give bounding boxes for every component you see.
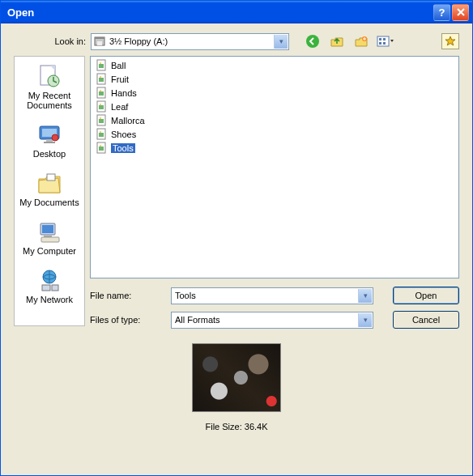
svg-rect-29 (99, 78, 104, 82)
new-folder-button[interactable] (352, 32, 370, 50)
file-type-combo[interactable]: All Formats ▾ (171, 312, 373, 329)
recent-documents-icon (17, 63, 82, 91)
chevron-down-icon: ▾ (364, 316, 368, 324)
floppy-icon (93, 35, 106, 48)
look-in-row: Look in: 3½ Floppy (A:) ▾ (14, 32, 459, 51)
file-item-label: Fruit (111, 74, 129, 84)
file-item[interactable]: Shoes (94, 127, 455, 141)
open-dialog: Open ? Look in: 3½ Floppy (A:) ▾ (0, 0, 473, 476)
file-size-label: File Size: 36.4K (205, 422, 267, 431)
open-button[interactable]: Open (393, 287, 459, 304)
svg-rect-23 (42, 285, 50, 291)
my-computer-icon (17, 219, 82, 246)
svg-rect-7 (383, 38, 386, 40)
svg-point-30 (100, 76, 101, 78)
file-type-value: All Formats (175, 315, 220, 325)
svg-rect-24 (52, 285, 58, 291)
image-file-icon (96, 142, 109, 155)
svg-point-3 (306, 35, 319, 48)
image-file-icon (96, 100, 109, 113)
image-file-icon (96, 87, 109, 100)
svg-rect-38 (99, 119, 104, 123)
svg-rect-21 (41, 237, 59, 242)
file-name-dropdown-button[interactable]: ▾ (358, 289, 372, 303)
main-row: My Recent Documents Desktop My Documents (14, 56, 459, 329)
svg-point-39 (100, 117, 101, 119)
chevron-down-icon: ▾ (279, 37, 283, 45)
window-title: Open (7, 6, 432, 19)
desktop-icon (17, 121, 82, 149)
file-item[interactable]: Leaf (94, 100, 455, 113)
place-my-documents[interactable]: My Documents (17, 167, 82, 214)
image-file-icon (96, 73, 109, 86)
place-recent-documents[interactable]: My Recent Documents (17, 60, 82, 117)
back-button[interactable] (304, 32, 322, 50)
file-item-label: Leaf (111, 102, 128, 112)
image-file-icon (96, 128, 109, 141)
place-label: My Network (17, 295, 82, 304)
file-type-dropdown-button[interactable]: ▾ (358, 313, 372, 327)
places-bar: My Recent Documents Desktop My Documents (14, 56, 85, 326)
svg-point-42 (100, 131, 101, 133)
svg-rect-41 (99, 133, 104, 137)
svg-rect-15 (44, 142, 55, 143)
place-label: My Computer (17, 246, 82, 256)
svg-rect-5 (377, 36, 389, 46)
look-in-value: 3½ Floppy (A:) (109, 36, 168, 46)
look-in-label: Look in: (14, 36, 91, 46)
svg-point-16 (52, 134, 58, 141)
preview-area: File Size: 36.4K (14, 343, 459, 431)
title-bar: Open ? (1, 1, 472, 23)
file-item-label: Mallorca (111, 116, 145, 125)
favorites-button[interactable] (441, 33, 459, 49)
svg-point-33 (100, 90, 101, 91)
place-label: My Documents (17, 198, 82, 207)
file-area: BallFruitHandsLeafMallorcaShoesTools Fil… (90, 56, 459, 329)
svg-rect-8 (379, 42, 381, 45)
svg-rect-44 (99, 147, 104, 151)
svg-rect-35 (99, 105, 104, 109)
svg-rect-19 (42, 225, 53, 233)
cancel-button[interactable]: Cancel (393, 311, 459, 329)
svg-rect-6 (379, 38, 381, 40)
look-in-combo[interactable]: 3½ Floppy (A:) ▾ (91, 33, 289, 50)
my-network-icon (17, 267, 82, 295)
help-button[interactable]: ? (433, 4, 450, 21)
svg-rect-26 (99, 64, 104, 68)
file-item[interactable]: Mallorca (94, 113, 455, 127)
views-button[interactable] (377, 32, 394, 50)
fields-grid: File name: Tools ▾ Open Files of type: A… (90, 287, 459, 329)
file-item-label: Hands (111, 88, 137, 98)
svg-point-36 (100, 104, 101, 105)
look-in-dropdown-button[interactable]: ▾ (274, 35, 288, 49)
file-name-value: Tools (175, 291, 196, 300)
svg-rect-2 (97, 41, 102, 45)
image-file-icon (96, 59, 109, 72)
close-button[interactable] (452, 4, 469, 21)
file-item[interactable]: Fruit (94, 72, 455, 86)
file-item-label: Shoes (111, 130, 136, 139)
file-item-label: Ball (111, 61, 126, 70)
svg-point-27 (100, 62, 101, 64)
image-file-icon (96, 114, 109, 127)
preview-thumbnail (192, 343, 281, 412)
place-my-computer[interactable]: My Computer (17, 215, 82, 262)
place-desktop[interactable]: Desktop (17, 118, 82, 165)
svg-rect-32 (99, 91, 104, 96)
file-item[interactable]: Hands (94, 86, 455, 100)
place-label: My Recent Documents (17, 91, 82, 110)
toolbar-icons (304, 32, 394, 50)
file-list[interactable]: BallFruitHandsLeafMallorcaShoesTools (90, 56, 459, 278)
file-name-combo[interactable]: Tools ▾ (171, 287, 373, 304)
file-type-label: Files of type: (90, 315, 171, 325)
up-one-level-button[interactable] (328, 32, 346, 50)
svg-rect-9 (383, 42, 386, 45)
svg-rect-17 (47, 174, 55, 181)
svg-rect-14 (46, 139, 53, 142)
my-documents-icon (17, 170, 82, 198)
place-my-network[interactable]: My Network (17, 264, 82, 311)
file-item[interactable]: Tools (94, 141, 455, 155)
place-label: Desktop (17, 149, 82, 159)
dialog-body: Look in: 3½ Floppy (A:) ▾ (1, 23, 472, 475)
file-item[interactable]: Ball (94, 58, 455, 72)
